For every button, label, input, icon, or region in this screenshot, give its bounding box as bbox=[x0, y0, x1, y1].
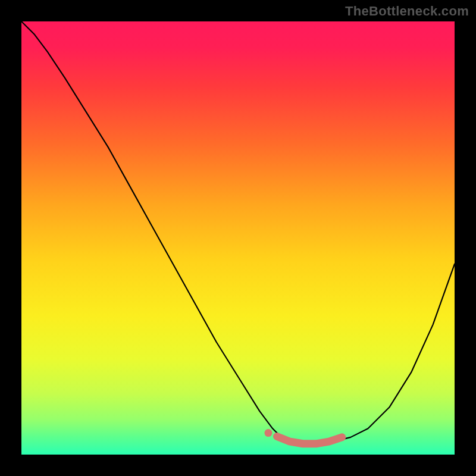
chart-container: TheBottleneck.com bbox=[0, 0, 476, 476]
watermark-text: TheBottleneck.com bbox=[345, 4, 469, 19]
plot-area bbox=[21, 21, 455, 455]
bottleneck-curve bbox=[21, 21, 455, 455]
svg-point-0 bbox=[264, 429, 272, 437]
